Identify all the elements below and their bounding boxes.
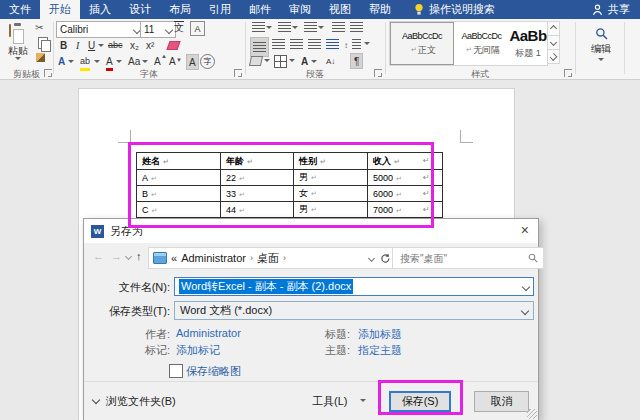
font-size-combo[interactable]: 11 <box>140 21 176 38</box>
table-cell[interactable]: 年龄↵ <box>221 153 294 170</box>
tab-help[interactable]: 帮助 <box>360 0 400 19</box>
italic-button[interactable]: I <box>76 38 79 52</box>
highlight-dropdown-icon[interactable] <box>94 60 100 63</box>
refresh-icon[interactable] <box>380 253 391 264</box>
table-cell[interactable]: 男↵ <box>294 170 368 186</box>
chevron-down-icon[interactable] <box>521 306 529 314</box>
distribute-icon[interactable] <box>326 39 339 49</box>
tab-mailings[interactable]: 邮件 <box>240 0 280 19</box>
styles-scroll-down[interactable] <box>547 36 560 50</box>
breadcrumb-item[interactable]: Administrator <box>181 252 246 264</box>
subscript-button[interactable]: x₂ <box>130 38 139 52</box>
paragraph-dialog-launcher[interactable] <box>374 69 382 77</box>
tab-home[interactable]: 开始 <box>40 0 80 19</box>
align-right-icon[interactable] <box>290 39 303 49</box>
table-cell[interactable]: 6000↵ <box>368 186 443 202</box>
subject-value[interactable]: 指定主题 <box>358 343 402 358</box>
nav-history-chevron-icon[interactable] <box>125 253 132 260</box>
table-cell[interactable]: 性别↵ <box>294 153 368 170</box>
bullets-icon[interactable] <box>252 22 265 32</box>
justify-icon[interactable] <box>308 39 321 49</box>
numbering-dropdown-icon[interactable] <box>292 26 298 29</box>
breadcrumb[interactable]: « Administrator › 桌面 › <box>148 247 396 269</box>
up-arrow-icon[interactable]: ↑ <box>136 250 142 262</box>
forward-arrow-icon[interactable]: → <box>111 250 122 262</box>
clipboard-dialog-launcher[interactable] <box>44 69 52 77</box>
shading-dropdown-icon[interactable] <box>264 59 270 62</box>
tools-dropdown-icon[interactable] <box>360 399 366 402</box>
tab-review[interactable]: 审阅 <box>280 0 320 19</box>
strikethrough-button[interactable]: abc <box>108 38 123 52</box>
shading-icon[interactable] <box>249 56 263 66</box>
table-cell[interactable]: 7000↵ <box>368 202 443 218</box>
font-color-dropdown-icon[interactable] <box>116 60 122 63</box>
save-thumbnail-checkbox[interactable] <box>169 364 183 378</box>
editing-button[interactable]: 编辑 <box>580 22 622 66</box>
styles-dialog-launcher[interactable] <box>564 69 572 77</box>
share-button[interactable]: 共享 <box>582 0 640 19</box>
sort-button[interactable]: A↓ <box>326 54 335 68</box>
decrease-indent-icon[interactable] <box>332 22 345 32</box>
copy-icon[interactable] <box>38 37 48 49</box>
underline-button[interactable]: U <box>88 38 95 52</box>
paste-button[interactable]: 粘贴 <box>0 44 36 58</box>
text-effects-dropdown-icon[interactable] <box>68 60 74 63</box>
format-painter-icon[interactable] <box>36 53 45 62</box>
tell-me-search[interactable]: 操作说明搜索 <box>406 0 503 19</box>
cancel-button[interactable]: 取消 <box>474 391 529 412</box>
browse-folders-chevron-icon[interactable] <box>92 396 100 404</box>
chevron-down-icon[interactable] <box>522 282 530 290</box>
font-dialog-launcher[interactable] <box>234 69 242 77</box>
character-border-icon[interactable]: A <box>190 21 205 36</box>
show-hide-pilcrow-button[interactable]: ¶ <box>350 53 363 69</box>
tags-value[interactable]: 添加标记 <box>176 343 220 358</box>
enclose-characters-button[interactable]: 字 <box>200 54 215 69</box>
underline-dropdown-icon[interactable] <box>98 44 104 47</box>
multilevel-dropdown-icon[interactable] <box>318 26 324 29</box>
style-heading-1[interactable]: AaBb 标题 1 <box>509 22 547 65</box>
cut-icon[interactable]: ✂ <box>35 22 43 33</box>
shrink-font-button[interactable]: A <box>169 54 176 68</box>
author-value[interactable]: Administrator <box>176 327 241 339</box>
tab-file[interactable]: 文件 <box>0 0 40 19</box>
table-cell[interactable]: 5000↵ <box>368 170 443 186</box>
tab-references[interactable]: 引用 <box>200 0 240 19</box>
borders-dropdown-icon[interactable] <box>289 59 295 62</box>
tab-layout[interactable]: 布局 <box>160 0 200 19</box>
filename-combo[interactable]: Word转Excel - 副本 - 副本 (2).docx <box>174 277 534 296</box>
resize-grip[interactable] <box>527 409 537 419</box>
line-spacing-button[interactable]: ↕ <box>344 38 348 52</box>
increase-indent-icon[interactable] <box>350 22 363 32</box>
styles-scroll-up[interactable] <box>547 21 560 36</box>
paste-dropdown-icon[interactable] <box>15 57 21 60</box>
tab-view[interactable]: 视图 <box>320 0 360 19</box>
search-box[interactable] <box>392 247 544 269</box>
text-effects-button[interactable]: A <box>58 54 65 68</box>
table-cell[interactable]: B↵ <box>137 186 221 202</box>
table-cell[interactable]: 44↵ <box>221 202 294 218</box>
save-button[interactable]: 保存(S) <box>389 391 451 412</box>
bold-button[interactable]: B <box>60 38 67 52</box>
table-cell[interactable]: 22↵ <box>221 170 294 186</box>
font-family-combo[interactable]: Calibri <box>56 21 144 38</box>
filename-value[interactable]: Word转Excel - 副本 - 副本 (2).docx <box>179 279 353 294</box>
title-value[interactable]: 添加标题 <box>358 327 402 342</box>
table-cell[interactable]: A↵ <box>137 170 221 186</box>
multilevel-list-icon[interactable] <box>304 22 317 32</box>
tab-insert[interactable]: 插入 <box>80 0 120 19</box>
styles-gallery-more[interactable] <box>547 50 560 64</box>
style-no-spacing[interactable]: AaBbCcDc ↵无间隔 <box>454 22 509 65</box>
superscript-button[interactable]: x² <box>146 38 154 52</box>
asian-layout-button[interactable]: A <box>301 54 308 68</box>
paste-icon[interactable] <box>9 24 11 37</box>
align-left-button[interactable] <box>250 37 269 57</box>
breadcrumb-dropdown-icon[interactable] <box>368 254 375 261</box>
change-case-dropdown-icon[interactable] <box>142 60 148 63</box>
phonetic-guide-icon[interactable]: 文 <box>174 21 184 35</box>
table-cell[interactable]: 女↵ <box>294 186 368 202</box>
line-spacing-dropdown-icon[interactable] <box>364 42 370 45</box>
savetype-combo[interactable]: Word 文档 (*.docx) <box>174 301 534 320</box>
browse-folders-toggle[interactable]: 浏览文件夹(B) <box>106 394 176 409</box>
style-normal[interactable]: AaBbCcDc ↵正文 <box>390 22 454 65</box>
asian-layout-dropdown-icon[interactable] <box>311 60 317 63</box>
